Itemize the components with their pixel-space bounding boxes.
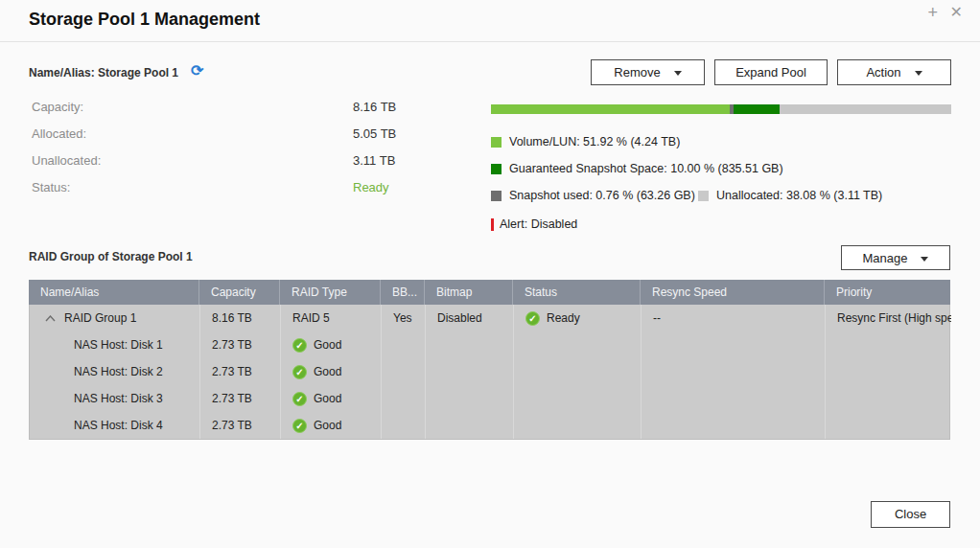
col-status[interactable]: Status <box>513 280 641 305</box>
col-priority[interactable]: Priority <box>825 280 950 305</box>
window-add-icon[interactable]: + <box>927 3 938 22</box>
col-resync-speed[interactable]: Resync Speed <box>641 280 825 305</box>
usage-bar-segment <box>734 104 780 114</box>
window-close-icon[interactable]: ✕ <box>950 3 963 22</box>
expand-pool-button[interactable]: Expand Pool <box>714 59 828 85</box>
alert-swatch <box>491 218 494 231</box>
raid-group-table: Name/Alias Capacity RAID Type BB... Bitm… <box>29 280 950 440</box>
col-raid-type[interactable]: RAID Type <box>280 280 381 305</box>
status-ok-icon: ✓ <box>525 311 540 326</box>
chevron-down-icon <box>915 71 922 76</box>
disk-good-icon: ✓ <box>292 419 307 433</box>
table-header: Name/Alias Capacity RAID Type BB... Bitm… <box>29 280 950 305</box>
usage-bar-segment <box>491 104 730 114</box>
guaranteed-snapshot-swatch <box>491 164 502 174</box>
remove-button[interactable]: Remove <box>591 59 705 85</box>
refresh-icon[interactable]: ⟳ <box>191 61 203 80</box>
disk-good-icon: ✓ <box>292 365 307 379</box>
close-button[interactable]: Close <box>871 501 950 528</box>
status-label: Status: <box>32 180 70 194</box>
col-bb[interactable]: BB... <box>381 280 425 305</box>
disk-good-icon: ✓ <box>292 392 307 406</box>
disk-good-icon: ✓ <box>292 338 307 353</box>
unallocated-label: Unallocated: <box>32 153 101 168</box>
pool-name-label: Name/Alias: Storage Pool 1 <box>29 66 178 80</box>
table-row-disk-2[interactable]: NAS Host: Disk 2 2.73 TB ✓Good <box>30 358 949 385</box>
legend-guaranteed-snapshot: Guaranteed Snapshot Space: 10.00 % (835.… <box>491 162 783 175</box>
table-row-raid-group[interactable]: RAID Group 1 8.16 TB RAID 5 Yes Disabled… <box>30 305 949 331</box>
legend-snapshot-used: Snapshot used: 0.76 % (63.26 GB) <box>491 189 695 202</box>
status-value: Ready <box>353 180 389 194</box>
legend-alert: Alert: Disabled <box>491 217 577 231</box>
legend-unallocated: Unallocated: 38.08 % (3.11 TB) <box>698 189 882 202</box>
capacity-value: 8.16 TB <box>353 100 396 114</box>
capacity-label: Capacity: <box>32 100 83 114</box>
allocated-label: Allocated: <box>32 126 86 141</box>
table-row-disk-1[interactable]: NAS Host: Disk 1 2.73 TB ✓Good <box>30 331 949 358</box>
table-body: RAID Group 1 8.16 TB RAID 5 Yes Disabled… <box>29 305 950 440</box>
unallocated-value: 3.11 TB <box>353 153 395 168</box>
col-name-alias[interactable]: Name/Alias <box>29 280 199 305</box>
title-bar: Storage Pool 1 Management + ✕ <box>0 0 980 42</box>
usage-bar-segment <box>780 104 951 114</box>
table-row-disk-4[interactable]: NAS Host: Disk 4 2.73 TB ✓Good <box>30 412 949 439</box>
col-bitmap[interactable]: Bitmap <box>425 280 513 305</box>
table-row-disk-3[interactable]: NAS Host: Disk 3 2.73 TB ✓Good <box>30 385 949 412</box>
col-capacity[interactable]: Capacity <box>199 280 280 305</box>
chevron-down-icon <box>674 71 682 76</box>
manage-button[interactable]: Manage <box>841 245 950 270</box>
raid-section-title: RAID Group of Storage Pool 1 <box>29 250 193 263</box>
allocated-value: 5.05 TB <box>353 126 396 141</box>
unallocated-swatch <box>698 191 709 201</box>
chevron-down-icon <box>921 257 928 262</box>
collapse-caret-icon[interactable] <box>45 315 56 322</box>
page-title: Storage Pool 1 Management <box>29 10 260 30</box>
action-button[interactable]: Action <box>837 59 951 85</box>
volume-swatch <box>491 137 502 148</box>
usage-bar <box>491 104 951 114</box>
storage-pool-dialog: Storage Pool 1 Management + ✕ Name/Alias… <box>0 0 980 548</box>
snapshot-used-swatch <box>491 191 502 201</box>
legend-volume: Volume/LUN: 51.92 % (4.24 TB) <box>491 135 680 148</box>
